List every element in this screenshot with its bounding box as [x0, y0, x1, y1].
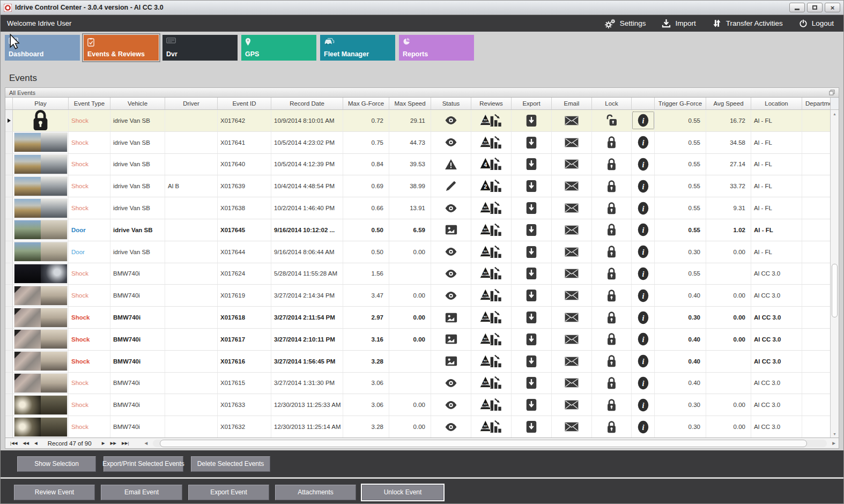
- minimize-button[interactable]: [789, 3, 805, 12]
- export-download-icon[interactable]: [512, 351, 552, 372]
- export-download-icon[interactable]: [512, 175, 552, 197]
- info-circle-icon[interactable]: i: [632, 307, 655, 328]
- column-header-vehicle[interactable]: Vehicle: [110, 98, 165, 109]
- play-cell[interactable]: [13, 373, 69, 394]
- event-video-thumbnail[interactable]: [14, 286, 68, 306]
- email-envelope-icon[interactable]: [552, 416, 592, 438]
- event-video-thumbnail[interactable]: [14, 264, 68, 284]
- show-selection-button[interactable]: Show Selection: [17, 456, 96, 472]
- info-circle-icon[interactable]: i: [632, 175, 655, 197]
- review-score-chart-icon[interactable]: 2: [471, 175, 512, 197]
- column-header-email[interactable]: Email: [552, 98, 592, 109]
- vertical-scrollbar[interactable]: ▲ ▼: [830, 98, 839, 438]
- column-header-driver[interactable]: Driver: [165, 98, 218, 109]
- lock-closed-icon[interactable]: [592, 285, 632, 306]
- play-cell[interactable]: [13, 219, 69, 241]
- eye-icon[interactable]: [431, 373, 471, 394]
- column-header-blank-0[interactable]: [5, 98, 13, 109]
- image-icon[interactable]: [431, 307, 471, 328]
- image-icon[interactable]: [431, 351, 471, 372]
- unlock-event-button[interactable]: Unlock Event: [362, 485, 443, 500]
- column-header-event-type[interactable]: Event Type: [69, 98, 110, 109]
- info-circle-icon[interactable]: i: [632, 285, 655, 306]
- export-download-icon[interactable]: [512, 197, 552, 219]
- table-row[interactable]: Shock idrive Van SB X017642 10/9/2014 8:…: [5, 110, 830, 132]
- pencil-icon[interactable]: [431, 175, 471, 197]
- scroll-down-icon[interactable]: ▼: [831, 430, 839, 438]
- column-header-blank-14[interactable]: [632, 98, 655, 109]
- review-score-chart-icon[interactable]: NOSCORE: [471, 241, 512, 263]
- email-envelope-icon[interactable]: [552, 241, 592, 263]
- image-icon[interactable]: [431, 329, 471, 350]
- table-row[interactable]: Shock BMW740i X017624 5/28/2014 11:55:28…: [5, 263, 830, 285]
- review-score-chart-icon[interactable]: NOSCORE: [471, 329, 512, 350]
- vertical-scroll-thumb[interactable]: [832, 264, 838, 317]
- lock-closed-icon[interactable]: [592, 307, 632, 328]
- event-video-thumbnail[interactable]: [14, 242, 68, 262]
- review-score-chart-icon[interactable]: NOSCORE: [471, 351, 512, 372]
- lock-closed-icon[interactable]: [592, 329, 632, 350]
- table-row[interactable]: Shock BMW740i X017615 3/27/2014 1:31:30 …: [5, 373, 830, 395]
- table-row[interactable]: Shock BMW740i X017632 12/30/2013 11:25:1…: [5, 416, 830, 438]
- export-download-icon[interactable]: [512, 329, 552, 350]
- column-header-play[interactable]: Play: [13, 98, 69, 109]
- event-video-thumbnail[interactable]: [14, 417, 68, 437]
- image-icon[interactable]: [431, 219, 471, 241]
- review-score-chart-icon[interactable]: NOSCORE: [471, 110, 512, 131]
- play-cell[interactable]: [13, 197, 69, 219]
- eye-icon[interactable]: [431, 197, 471, 219]
- tab-fleet-manager[interactable]: Fleet Manager: [320, 35, 395, 61]
- lock-closed-icon[interactable]: [592, 351, 632, 372]
- email-envelope-icon[interactable]: [552, 373, 592, 394]
- column-header-reviews[interactable]: Reviews: [471, 98, 512, 109]
- table-row[interactable]: Shock BMW740i X017617 3/27/2014 2:10:11 …: [5, 329, 830, 351]
- top-action-settings[interactable]: Settings: [604, 19, 646, 28]
- column-header-location[interactable]: Location: [751, 98, 802, 109]
- column-header-max-speed[interactable]: Max Speed: [389, 98, 431, 109]
- email-envelope-icon[interactable]: [552, 132, 592, 153]
- first-record-button[interactable]: |◀◀: [8, 441, 20, 446]
- table-row[interactable]: Shock BMW740i X017633 12/30/2013 11:25:3…: [5, 394, 830, 416]
- email-event-button[interactable]: Email Event: [101, 485, 182, 500]
- lock-closed-icon[interactable]: [592, 394, 632, 416]
- info-circle-icon[interactable]: i: [632, 416, 655, 438]
- review-score-chart-icon[interactable]: NOSCORE: [471, 394, 512, 416]
- play-cell[interactable]: [13, 416, 69, 438]
- email-envelope-icon[interactable]: [552, 351, 592, 372]
- title-bar[interactable]: Idrive Control Center - 3.0.4 version - …: [1, 1, 843, 15]
- eye-icon[interactable]: [431, 394, 471, 416]
- table-row[interactable]: Shock idrive Van SB X017640 10/5/2014 4:…: [5, 154, 830, 176]
- top-action-logout[interactable]: Logout: [799, 19, 834, 28]
- export-event-button[interactable]: Export Event: [188, 485, 269, 500]
- lock-open-icon[interactable]: [592, 110, 632, 131]
- play-cell[interactable]: [13, 154, 69, 175]
- column-header-trigger-g-force[interactable]: Trigger G-Force: [655, 98, 706, 109]
- export-download-icon[interactable]: [512, 416, 552, 438]
- lock-closed-icon[interactable]: [592, 197, 632, 219]
- email-envelope-icon[interactable]: [552, 285, 592, 306]
- export-download-icon[interactable]: [512, 373, 552, 394]
- play-cell[interactable]: [13, 241, 69, 263]
- table-row[interactable]: Shock BMW740i X017618 3/27/2014 2:11:54 …: [5, 307, 830, 329]
- locked-event-icon[interactable]: [13, 110, 69, 131]
- play-cell[interactable]: [13, 175, 69, 197]
- event-video-thumbnail[interactable]: [14, 329, 68, 349]
- attachments-button[interactable]: Attachments: [275, 485, 356, 500]
- info-circle-icon[interactable]: i: [632, 154, 655, 175]
- table-row[interactable]: Shock BMW740i X017619 3/27/2014 2:14:34 …: [5, 285, 830, 307]
- export-download-icon[interactable]: [512, 307, 552, 328]
- review-score-chart-icon[interactable]: NOSCORE: [471, 416, 512, 438]
- info-circle-icon[interactable]: i: [632, 197, 655, 219]
- top-action-import[interactable]: Import: [662, 19, 695, 28]
- tab-dashboard[interactable]: Dashboard: [5, 35, 80, 61]
- review-score-chart-icon[interactable]: NOSCORE: [471, 132, 512, 153]
- lock-closed-icon[interactable]: [592, 241, 632, 263]
- horizontal-scrollbar[interactable]: [153, 440, 827, 447]
- export-download-icon[interactable]: [512, 110, 552, 131]
- column-header-max-g-force[interactable]: Max G-Force: [343, 98, 389, 109]
- eye-icon[interactable]: [431, 110, 471, 131]
- email-envelope-icon[interactable]: [552, 329, 592, 350]
- email-envelope-icon[interactable]: [552, 394, 592, 416]
- review-event-button[interactable]: Review Event: [14, 485, 95, 500]
- column-header-lock[interactable]: Lock: [592, 98, 632, 109]
